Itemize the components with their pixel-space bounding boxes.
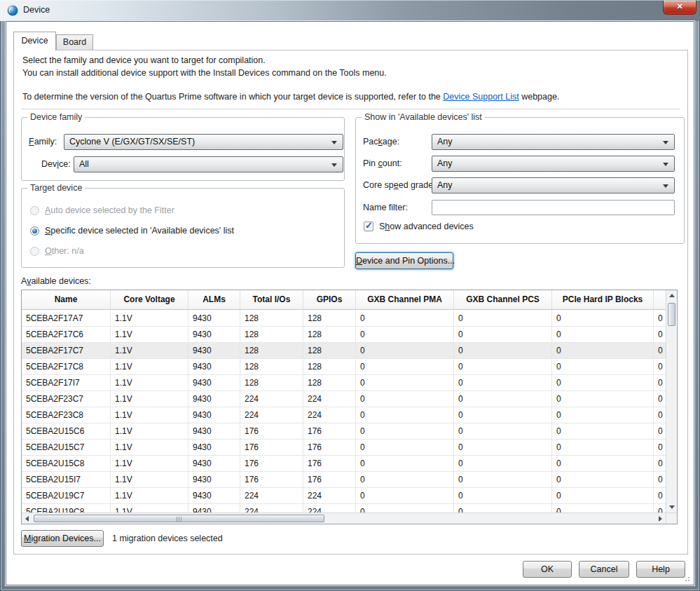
device-dialog: Device Device Board Select the family an…	[0, 0, 700, 591]
family-combobox[interactable]: Cyclone V (E/GX/GT/SX/SE/ST)	[64, 134, 343, 150]
titlebar: Device	[0, 0, 700, 21]
device-cell: 9430	[188, 488, 240, 503]
device-cell: 1.1V	[111, 504, 188, 512]
device-cell: 1.1V	[111, 391, 188, 407]
column-header[interactable]: GXB Channel PMA	[356, 290, 454, 309]
device-row[interactable]: 5CEBA2F17A71.1V94301281280000	[22, 311, 666, 327]
device-cell: 0	[356, 343, 454, 358]
close-icon[interactable]	[663, 1, 696, 15]
help-button[interactable]: Help	[636, 561, 685, 578]
column-header[interactable]	[654, 290, 666, 309]
device-cell: 9430	[188, 504, 240, 512]
arrow-left-icon	[25, 516, 29, 522]
target-device-option: Other: n/a	[30, 244, 84, 258]
device-row[interactable]: 5CEBA2U15C61.1V94301761760000	[22, 423, 666, 440]
device-cell: 128	[303, 375, 356, 390]
cancel-button[interactable]: Cancel	[579, 561, 629, 578]
device-row[interactable]: 5CEBA2F17C71.1V94301281280000	[22, 343, 666, 359]
device-cell: 0	[356, 407, 454, 423]
vertical-scrollbar-thumb[interactable]	[668, 303, 675, 326]
column-header[interactable]: Name	[22, 290, 111, 309]
device-cell: 0	[654, 488, 666, 503]
column-header[interactable]: PCIe Hard IP Blocks	[552, 290, 654, 309]
device-cell: 0	[356, 472, 454, 487]
device-cell: 0	[552, 456, 654, 471]
device-cell: 224	[303, 407, 356, 423]
device-row[interactable]: 5CEBA2U15I71.1V94301761760000	[22, 472, 666, 488]
device-cell: 5CEBA2U15I7	[22, 472, 111, 487]
device-cell: 5CEBA2U15C6	[22, 423, 111, 439]
column-header[interactable]: Total I/Os	[240, 290, 303, 309]
device-row[interactable]: 5CEBA2F17C81.1V94301281280000	[22, 359, 666, 375]
device-cell: 0	[552, 391, 654, 407]
device-cell: 0	[552, 407, 654, 423]
device-row[interactable]: 5CEBA2U15C71.1V94301761760000	[22, 440, 666, 456]
target-device-option[interactable]: Specific device selected in 'Available d…	[30, 224, 234, 238]
device-cell: 5CEBA2F17A7	[22, 311, 111, 326]
device-cell: 0	[454, 311, 552, 326]
device-cell: 5CEBA2F23C8	[22, 407, 111, 423]
column-header[interactable]: Core Voltage	[111, 290, 188, 309]
device-cell: 5CEBA2F23C7	[22, 391, 111, 407]
horizontal-scrollbar-thumb[interactable]	[34, 515, 324, 522]
device-cell: 9430	[188, 343, 240, 358]
column-header[interactable]: ALMs	[188, 290, 240, 309]
device-support-list-link[interactable]: Device Support List	[443, 92, 519, 102]
device-cell: 0	[654, 375, 666, 390]
column-header[interactable]: GXB Channel PCS	[454, 290, 552, 309]
device-row[interactable]: 5CEBA2F23C81.1V94302242240000	[22, 407, 666, 423]
device-cell: 0	[454, 343, 552, 358]
family-label: Family:	[29, 134, 57, 150]
device-cell: 224	[303, 488, 356, 503]
device-cell: 9430	[188, 407, 240, 423]
tab-board[interactable]: Board	[56, 34, 93, 50]
package-combobox[interactable]: Any	[432, 134, 675, 150]
device-cell: 0	[552, 488, 654, 503]
device-row[interactable]: 5CEBA2F23C71.1V94302242240000	[22, 391, 666, 407]
device-row[interactable]: 5CEBA2U19C71.1V94302242240000	[22, 488, 666, 504]
device-cell: 128	[303, 343, 356, 358]
device-cell: 1.1V	[111, 423, 188, 439]
core-speed-grade-combobox[interactable]: Any	[432, 177, 675, 193]
device-combobox-value: All	[79, 157, 89, 172]
device-and-pin-options-button[interactable]: Device and Pin Options...	[355, 252, 453, 269]
device-cell: 1.1V	[111, 359, 188, 374]
device-combobox[interactable]: All	[74, 156, 343, 172]
table-header-row: NameCore VoltageALMsTotal I/OsGPIOsGXB C…	[22, 290, 666, 310]
show-advanced-checkbox[interactable]	[364, 222, 373, 231]
column-header[interactable]: GPIOs	[303, 290, 356, 309]
device-cell: 128	[240, 343, 303, 358]
chevron-down-icon	[663, 141, 668, 144]
scroll-left-button[interactable]	[22, 513, 33, 524]
resize-grip[interactable]	[682, 574, 689, 581]
radio-option-label: Specific device selected in 'Available d…	[45, 226, 234, 236]
device-row[interactable]: 5CEBA2F17I71.1V94301281280000	[22, 375, 666, 391]
device-row[interactable]: 5CEBA2U15C81.1V94301761760000	[22, 456, 666, 472]
device-family-group: Device family Family: Cyclone V (E/GX/GT…	[21, 117, 345, 181]
device-cell: 0	[356, 391, 454, 407]
radio-button-icon[interactable]	[30, 226, 39, 236]
device-cell: 0	[454, 423, 552, 439]
device-row[interactable]: 5CEBA2F17C61.1V94301281280000	[22, 327, 666, 343]
intro-line-3: To determine the version of the Quartus …	[22, 92, 559, 102]
scroll-up-button[interactable]	[666, 290, 677, 301]
device-cell: 1.1V	[111, 407, 188, 423]
device-cell: 0	[356, 456, 454, 471]
tab-device[interactable]: Device	[13, 32, 56, 50]
pin-count-combobox-value: Any	[437, 156, 453, 171]
radio-option-label: Other: n/a	[45, 246, 84, 256]
device-row[interactable]: 5CEBA2U19C81.1V94302242240000	[22, 504, 666, 512]
horizontal-scrollbar[interactable]	[22, 512, 666, 524]
radio-button-icon	[30, 247, 39, 256]
device-cell: 1.1V	[111, 343, 188, 358]
device-cell: 0	[552, 359, 654, 374]
device-cell: 128	[303, 311, 356, 326]
name-filter-input[interactable]	[432, 200, 675, 215]
migration-devices-button[interactable]: Migration Devices...	[21, 530, 104, 547]
vertical-scrollbar[interactable]	[666, 290, 677, 512]
pin-count-combobox[interactable]: Any	[432, 156, 675, 172]
device-cell: 0	[454, 375, 552, 390]
ok-button[interactable]: OK	[523, 561, 572, 578]
scroll-right-button[interactable]	[654, 513, 666, 524]
scroll-down-button[interactable]	[666, 501, 677, 512]
